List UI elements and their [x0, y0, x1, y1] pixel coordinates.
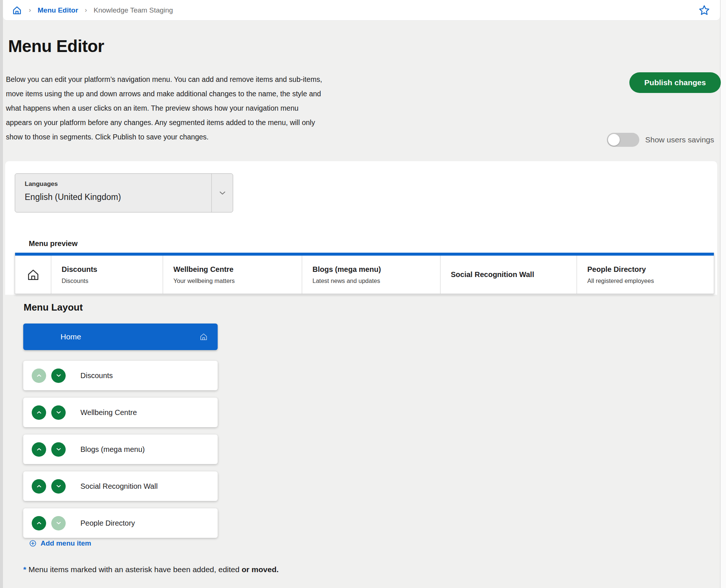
breadcrumb-home-button[interactable] [12, 5, 22, 15]
star-icon [698, 4, 711, 17]
toggle-knob [608, 134, 620, 146]
breadcrumb-current-page: Knowledge Team Staging [94, 6, 173, 14]
move-up-button[interactable] [32, 516, 46, 530]
preview-item-people-directory[interactable]: People Directory All registered employee… [577, 256, 714, 294]
preview-item-subtitle: Latest news and updates [312, 277, 440, 284]
menu-layout-item-blogs[interactable]: Blogs (mega menu) [23, 435, 218, 464]
move-down-button[interactable] [51, 405, 66, 420]
preview-item-subtitle: Discounts [62, 277, 163, 284]
move-down-button [51, 516, 66, 530]
preview-item-title: Wellbeing Centre [173, 265, 302, 274]
languages-select-texts: Languages English (United Kingdom) [15, 174, 211, 212]
chevron-down-icon [218, 188, 227, 198]
left-gutter [0, 0, 3, 588]
move-up-button [32, 369, 46, 383]
breadcrumb: › Menu Editor › Knowledge Team Staging [3, 0, 720, 21]
preview-item-blogs[interactable]: Blogs (mega menu) Latest news and update… [302, 256, 440, 294]
preview-item-home[interactable] [15, 256, 51, 294]
menu-item-label: Blogs (mega menu) [80, 445, 145, 454]
languages-select[interactable]: Languages English (United Kingdom) [15, 173, 233, 212]
move-down-button[interactable] [51, 442, 66, 457]
home-item-label: Home [60, 332, 81, 341]
plus-circle-icon [29, 539, 37, 547]
scrollbar-track[interactable] [720, 0, 726, 588]
page-title: Menu Editor [8, 36, 104, 56]
show-users-savings-row: Show users savings [607, 133, 714, 147]
menu-layout-heading: Menu Layout [24, 302, 83, 313]
languages-label: Languages [25, 180, 211, 188]
footnote-text: Menu items marked with an asterisk have … [28, 565, 242, 574]
menu-item-label: Social Recognition Wall [80, 482, 158, 491]
add-menu-item-label: Add menu item [41, 539, 91, 547]
menu-editor-card: Languages English (United Kingdom) Menu … [5, 161, 717, 295]
show-users-savings-toggle[interactable] [607, 133, 639, 147]
toggle-label: Show users savings [645, 135, 714, 144]
preview-item-subtitle: Your wellbeing matters [173, 277, 302, 284]
page-description: Below you can edit your platform’s navig… [6, 72, 323, 144]
publish-changes-button[interactable]: Publish changes [629, 72, 721, 93]
menu-preview-bar: Discounts Discounts Wellbeing Centre You… [15, 253, 714, 294]
move-down-button[interactable] [51, 369, 66, 383]
languages-chevron-zone[interactable] [211, 174, 233, 212]
menu-layout-item-discounts[interactable]: Discounts [23, 361, 218, 390]
menu-layout-item-wellbeing-centre[interactable]: Wellbeing Centre [23, 398, 218, 427]
preview-item-discounts[interactable]: Discounts Discounts [51, 256, 163, 294]
move-up-button[interactable] [32, 405, 46, 420]
move-down-button[interactable] [51, 479, 66, 494]
preview-item-title: Discounts [62, 265, 163, 274]
home-icon [199, 332, 208, 341]
preview-item-subtitle: All registered employees [587, 277, 714, 284]
preview-item-title: Social Recognition Wall [451, 270, 577, 279]
menu-layout-home-item[interactable]: Home [23, 324, 218, 350]
breadcrumb-separator: › [29, 6, 31, 14]
breadcrumb-link-menu-editor[interactable]: Menu Editor [38, 6, 78, 14]
preview-item-title: Blogs (mega menu) [312, 265, 440, 274]
menu-layout-item-social-recognition-wall[interactable]: Social Recognition Wall [23, 471, 218, 501]
move-up-button[interactable] [32, 479, 46, 494]
home-icon [12, 5, 22, 15]
menu-item-label: Discounts [80, 371, 113, 380]
languages-selected-value: English (United Kingdom) [25, 192, 211, 202]
move-up-button[interactable] [32, 442, 46, 457]
footnote-bold-text: or moved. [242, 565, 279, 574]
asterisk-mark: * [23, 565, 26, 574]
preview-item-title: People Directory [587, 265, 714, 274]
menu-item-label: People Directory [80, 519, 135, 528]
menu-layout-item-people-directory[interactable]: People Directory [23, 508, 218, 538]
home-icon [26, 268, 40, 282]
preview-accent-bar [15, 253, 714, 256]
menu-item-label: Wellbeing Centre [80, 408, 137, 417]
preview-item-social-recognition-wall[interactable]: Social Recognition Wall [440, 256, 577, 294]
add-menu-item-button[interactable]: Add menu item [29, 539, 91, 547]
asterisk-footnote: *Menu items marked with an asterisk have… [23, 565, 279, 574]
menu-preview-heading: Menu preview [29, 239, 77, 248]
favorite-button[interactable] [698, 4, 711, 17]
preview-item-wellbeing-centre[interactable]: Wellbeing Centre Your wellbeing matters [163, 256, 302, 294]
breadcrumb-separator: › [85, 6, 87, 14]
